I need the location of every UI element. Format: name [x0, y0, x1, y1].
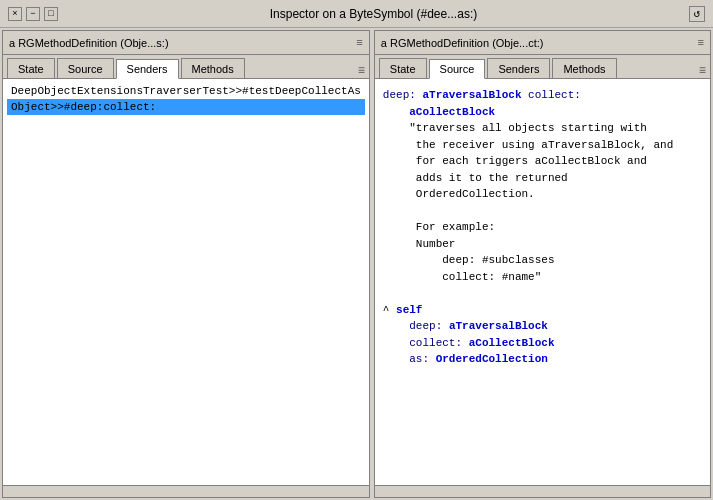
window-title: Inspector on a ByteSymbol (#dee...as:): [270, 7, 477, 21]
code-caret: ^: [383, 304, 396, 316]
window-controls[interactable]: × − □: [8, 7, 58, 21]
code-comment: "traverses all objects starting with the…: [383, 122, 673, 283]
tab-methods-right[interactable]: Methods: [552, 58, 616, 78]
left-pane-header: a RGMethodDefinition (Obje...s:) ≡: [3, 31, 369, 55]
left-tab-bar-right: ≡: [358, 64, 369, 78]
left-pane: a RGMethodDefinition (Obje...s:) ≡ State…: [2, 30, 370, 498]
code-display: deep: aTraversalBlock collect: aCollectB…: [379, 83, 706, 372]
code-collect-block: aCollectBlock: [383, 106, 495, 118]
code-self: self: [396, 304, 422, 316]
code-body-ordered: OrderedCollection: [436, 353, 548, 365]
left-scrollbar[interactable]: [3, 485, 369, 497]
main-content: a RGMethodDefinition (Obje...s:) ≡ State…: [0, 28, 713, 500]
right-pane-title: a RGMethodDefinition (Obje...ct:): [381, 37, 544, 49]
code-keyword-deep: deep:: [383, 89, 423, 101]
refresh-button[interactable]: ↺: [689, 6, 705, 22]
close-button[interactable]: ×: [8, 7, 22, 21]
title-bar: × − □ Inspector on a ByteSymbol (#dee...…: [0, 0, 713, 28]
right-tab-bar: State Source Senders Methods ≡: [375, 55, 710, 79]
minimize-button[interactable]: −: [26, 7, 40, 21]
left-pane-content: DeepObjectExtensionsTraverserTest>>#test…: [3, 79, 369, 485]
tab-state-left[interactable]: State: [7, 58, 55, 78]
right-pane-menu-icon[interactable]: ≡: [697, 37, 704, 49]
left-pane-menu-icon[interactable]: ≡: [356, 37, 363, 49]
right-tab-menu-icon[interactable]: ≡: [699, 64, 706, 78]
right-pane: a RGMethodDefinition (Obje...ct:) ≡ Stat…: [374, 30, 711, 498]
left-pane-title: a RGMethodDefinition (Obje...s:): [9, 37, 169, 49]
tab-state-right[interactable]: State: [379, 58, 427, 78]
code-keyword-collect: collect:: [522, 89, 581, 101]
right-pane-content: deep: aTraversalBlock collect: aCollectB…: [375, 79, 710, 485]
right-tab-bar-right: ≡: [699, 64, 710, 78]
tab-source-right[interactable]: Source: [429, 59, 486, 79]
tab-senders-right[interactable]: Senders: [487, 58, 550, 78]
list-item[interactable]: DeepObjectExtensionsTraverserTest>>#test…: [7, 83, 365, 99]
right-pane-header: a RGMethodDefinition (Obje...ct:) ≡: [375, 31, 710, 55]
left-tab-bar: State Source Senders Methods ≡: [3, 55, 369, 79]
tab-source-left[interactable]: Source: [57, 58, 114, 78]
code-body-deep: deep:: [409, 320, 449, 332]
left-tab-menu-icon[interactable]: ≡: [358, 64, 365, 78]
code-body-collect: collect:: [409, 337, 468, 349]
right-scrollbar[interactable]: [375, 485, 710, 497]
code-traversal-block: aTraversalBlock: [422, 89, 521, 101]
tab-methods-left[interactable]: Methods: [181, 58, 245, 78]
code-body-as: as:: [409, 353, 435, 365]
code-body-traversal: aTraversalBlock: [449, 320, 548, 332]
maximize-button[interactable]: □: [44, 7, 58, 21]
code-body-collect-val: aCollectBlock: [469, 337, 555, 349]
tab-senders-left[interactable]: Senders: [116, 59, 179, 79]
list-item[interactable]: Object>>#deep:collect:: [7, 99, 365, 115]
